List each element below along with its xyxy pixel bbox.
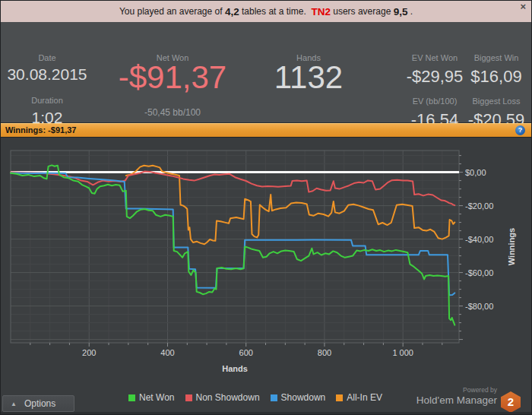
x-axis-title: Hands: [222, 364, 248, 373]
y-tick-label: -$60,00: [465, 268, 493, 277]
biggest-loss-label: Biggest Loss: [461, 97, 531, 106]
x-tick-label: 1 000: [392, 348, 413, 357]
winnings-section-label: Winnings: -$91,37: [1, 125, 76, 135]
options-button-label: Options: [24, 398, 55, 409]
legend-swatch-icon: [271, 394, 277, 401]
biggest-win-value: $16,09: [461, 67, 531, 87]
date-label: Date: [1, 53, 93, 62]
y-tick-label: -$40,00: [465, 235, 493, 244]
holdem-manager-brand: Hold'em Manager: [416, 395, 497, 406]
banner-text-mid: tables at a time.: [239, 6, 312, 17]
close-icon[interactable]: ×: [520, 2, 526, 12]
legend-label: All-In EV: [347, 392, 382, 403]
legend-item-showdown[interactable]: Showdown: [271, 392, 326, 403]
banner-text-suffix: .: [407, 6, 413, 17]
biggest-win-label: Biggest Win: [461, 53, 531, 62]
winnings-chart-panel: 2004006008001 000$0,00-$20,00-$40,00-$60…: [1, 138, 532, 415]
hands-value: 1132: [252, 62, 366, 93]
y-tick-label: -$80,00: [465, 302, 493, 311]
x-tick-label: 600: [239, 348, 253, 357]
y-axis-title: Winnings: [507, 228, 516, 265]
net-won-bb100: -50,45 bb/100: [112, 107, 233, 118]
date-value: 30.08.2015: [1, 65, 93, 84]
legend-label: Net Won: [139, 392, 174, 403]
window-bottom-edge: [1, 412, 531, 415]
winnings-chart-svg: 2004006008001 000$0,00-$20,00-$40,00-$60…: [1, 138, 532, 391]
banner-tables-average: 4,2: [225, 6, 239, 17]
banner-text-users: users average: [331, 6, 394, 17]
winnings-section-bar[interactable]: Winnings: -$91,37 ?: [1, 123, 531, 138]
powered-by-text: Powered by: [416, 387, 497, 394]
y-tick-label: -$20,00: [465, 201, 493, 211]
duration-label: Duration: [1, 96, 93, 105]
legend-item-net-won[interactable]: Net Won: [128, 392, 174, 403]
net-won-value: -$91,37: [112, 62, 233, 93]
chevron-up-icon: ▲: [11, 401, 17, 407]
x-tick-label: 200: [82, 348, 96, 357]
session-stats-header: Date 30.08.2015 Duration 1:02 Net Won -$…: [1, 22, 531, 123]
legend-item-non-showdown[interactable]: Non Showdown: [185, 392, 260, 403]
banner-text-prefix: You played an average of: [119, 6, 225, 17]
banner-users-average: 9,5: [394, 6, 408, 17]
legend-item-all-in-ev[interactable]: All-In EV: [336, 392, 382, 403]
options-button[interactable]: ▲ Options: [2, 395, 74, 412]
banner-tablening-brand: TN2: [311, 6, 331, 17]
y-tick-label: $0,00: [465, 168, 486, 177]
x-tick-label: 800: [318, 348, 331, 357]
legend-label: Showdown: [281, 392, 326, 403]
help-icon[interactable]: ?: [515, 125, 525, 135]
tables-average-banner: You played an average of 4,2 tables at a…: [1, 1, 531, 23]
x-tick-label: 400: [160, 348, 174, 357]
session-results-window: You played an average of 4,2 tables at a…: [0, 0, 532, 415]
legend-swatch-icon: [128, 394, 135, 401]
legend-swatch-icon: [336, 394, 343, 401]
powered-by-block: Powered by Hold'em Manager: [416, 387, 497, 405]
legend-swatch-icon: [185, 394, 192, 401]
legend-label: Non Showdown: [196, 392, 260, 403]
